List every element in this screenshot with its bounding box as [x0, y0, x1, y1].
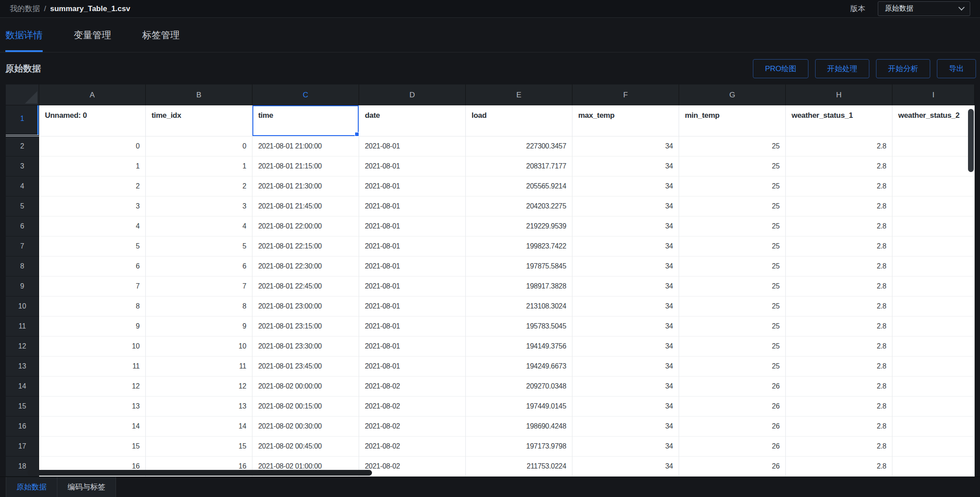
- column-header-H[interactable]: H: [786, 84, 892, 105]
- field-header-cell-C1[interactable]: time: [252, 105, 359, 136]
- cell-E13[interactable]: 194249.6673: [466, 357, 572, 377]
- cell-A7[interactable]: 5: [39, 236, 146, 257]
- cell-B6[interactable]: 4: [146, 216, 252, 236]
- cell-C16[interactable]: 2021-08-02 00:30:00: [252, 417, 359, 437]
- cell-I2[interactable]: [892, 136, 975, 156]
- cell-A6[interactable]: 4: [39, 216, 146, 236]
- cell-C8[interactable]: 2021-08-01 22:30:00: [252, 257, 359, 277]
- cell-G10[interactable]: 25: [679, 297, 786, 317]
- cell-A13[interactable]: 11: [39, 357, 146, 377]
- cell-F17[interactable]: 34: [572, 437, 679, 457]
- cell-I13[interactable]: [892, 357, 975, 377]
- cell-G5[interactable]: 25: [679, 196, 786, 216]
- tab-label-management[interactable]: 标签管理: [142, 18, 180, 52]
- cell-B9[interactable]: 7: [146, 277, 252, 297]
- cell-C2[interactable]: 2021-08-01 21:00:00: [252, 136, 359, 156]
- cell-I5[interactable]: [892, 196, 975, 216]
- cell-B3[interactable]: 1: [146, 156, 252, 176]
- cell-G6[interactable]: 25: [679, 216, 786, 236]
- cell-G4[interactable]: 25: [679, 176, 786, 196]
- cell-A2[interactable]: 0: [39, 136, 146, 156]
- cell-D8[interactable]: 2021-08-01: [359, 257, 466, 277]
- cell-I11[interactable]: [892, 317, 975, 337]
- cell-E11[interactable]: 195783.5045: [466, 317, 572, 337]
- cell-B11[interactable]: 9: [146, 317, 252, 337]
- cell-H3[interactable]: 2.8: [786, 156, 892, 176]
- cell-H10[interactable]: 2.8: [786, 297, 892, 317]
- row-header-8[interactable]: 8: [6, 257, 39, 277]
- cell-G16[interactable]: 26: [679, 417, 786, 437]
- cell-E10[interactable]: 213108.3024: [466, 297, 572, 317]
- cell-D4[interactable]: 2021-08-01: [359, 176, 466, 196]
- cell-H14[interactable]: 2.8: [786, 377, 892, 397]
- row-header-14[interactable]: 14: [6, 377, 39, 397]
- cell-C13[interactable]: 2021-08-01 23:45:00: [252, 357, 359, 377]
- cell-H11[interactable]: 2.8: [786, 317, 892, 337]
- cell-I14[interactable]: [892, 377, 975, 397]
- cell-D10[interactable]: 2021-08-01: [359, 297, 466, 317]
- cell-E7[interactable]: 199823.7422: [466, 236, 572, 257]
- cell-H16[interactable]: 2.8: [786, 417, 892, 437]
- cell-I15[interactable]: [892, 397, 975, 417]
- cell-I18[interactable]: [892, 457, 975, 477]
- pro-plot-button[interactable]: PRO绘图: [753, 59, 808, 78]
- cell-A10[interactable]: 8: [39, 297, 146, 317]
- cell-I9[interactable]: [892, 277, 975, 297]
- cell-B7[interactable]: 5: [146, 236, 252, 257]
- cell-B14[interactable]: 12: [146, 377, 252, 397]
- cell-G15[interactable]: 26: [679, 397, 786, 417]
- row-header-4[interactable]: 4: [6, 176, 39, 196]
- column-header-G[interactable]: G: [679, 84, 786, 105]
- cell-B4[interactable]: 2: [146, 176, 252, 196]
- cell-D17[interactable]: 2021-08-02: [359, 437, 466, 457]
- cell-B8[interactable]: 6: [146, 257, 252, 277]
- cell-I10[interactable]: [892, 297, 975, 317]
- cell-A11[interactable]: 9: [39, 317, 146, 337]
- row-header-7[interactable]: 7: [6, 236, 39, 257]
- row-header-15[interactable]: 15: [6, 397, 39, 417]
- cell-I3[interactable]: [892, 156, 975, 176]
- column-header-B[interactable]: B: [146, 84, 252, 105]
- cell-A15[interactable]: 13: [39, 397, 146, 417]
- cell-F10[interactable]: 34: [572, 297, 679, 317]
- field-header-cell-A1[interactable]: Unnamed: 0: [39, 105, 146, 136]
- cell-H7[interactable]: 2.8: [786, 236, 892, 257]
- cell-F12[interactable]: 34: [572, 337, 679, 357]
- row-header-3[interactable]: 3: [6, 156, 39, 176]
- cell-I4[interactable]: [892, 176, 975, 196]
- cell-F9[interactable]: 34: [572, 277, 679, 297]
- cell-D5[interactable]: 2021-08-01: [359, 196, 466, 216]
- cell-B15[interactable]: 13: [146, 397, 252, 417]
- cell-I12[interactable]: [892, 337, 975, 357]
- cell-D11[interactable]: 2021-08-01: [359, 317, 466, 337]
- cell-D15[interactable]: 2021-08-02: [359, 397, 466, 417]
- cell-H6[interactable]: 2.8: [786, 216, 892, 236]
- cell-H9[interactable]: 2.8: [786, 277, 892, 297]
- row-header-16[interactable]: 16: [6, 417, 39, 437]
- start-analysis-button[interactable]: 开始分析: [876, 59, 930, 78]
- cell-B13[interactable]: 11: [146, 357, 252, 377]
- cell-C7[interactable]: 2021-08-01 22:15:00: [252, 236, 359, 257]
- cell-A16[interactable]: 14: [39, 417, 146, 437]
- cell-E3[interactable]: 208317.7177: [466, 156, 572, 176]
- cell-G8[interactable]: 25: [679, 257, 786, 277]
- cell-A4[interactable]: 2: [39, 176, 146, 196]
- field-header-cell-D1[interactable]: date: [359, 105, 466, 136]
- row-header-13[interactable]: 13: [6, 357, 39, 377]
- cell-G14[interactable]: 26: [679, 377, 786, 397]
- cell-I16[interactable]: [892, 417, 975, 437]
- cell-B16[interactable]: 14: [146, 417, 252, 437]
- column-header-E[interactable]: E: [466, 84, 572, 105]
- cell-A8[interactable]: 6: [39, 257, 146, 277]
- sheet-tab-encoding-labels[interactable]: 编码与标签: [57, 477, 116, 497]
- cell-C6[interactable]: 2021-08-01 22:00:00: [252, 216, 359, 236]
- cell-G18[interactable]: 26: [679, 457, 786, 477]
- export-button[interactable]: 导出: [937, 59, 976, 78]
- cell-A17[interactable]: 15: [39, 437, 146, 457]
- cell-E12[interactable]: 194149.3756: [466, 337, 572, 357]
- field-header-cell-H1[interactable]: weather_status_1: [786, 105, 892, 136]
- version-select[interactable]: 原始数据: [878, 1, 970, 16]
- cell-F2[interactable]: 34: [572, 136, 679, 156]
- cell-C11[interactable]: 2021-08-01 23:15:00: [252, 317, 359, 337]
- cell-F14[interactable]: 34: [572, 377, 679, 397]
